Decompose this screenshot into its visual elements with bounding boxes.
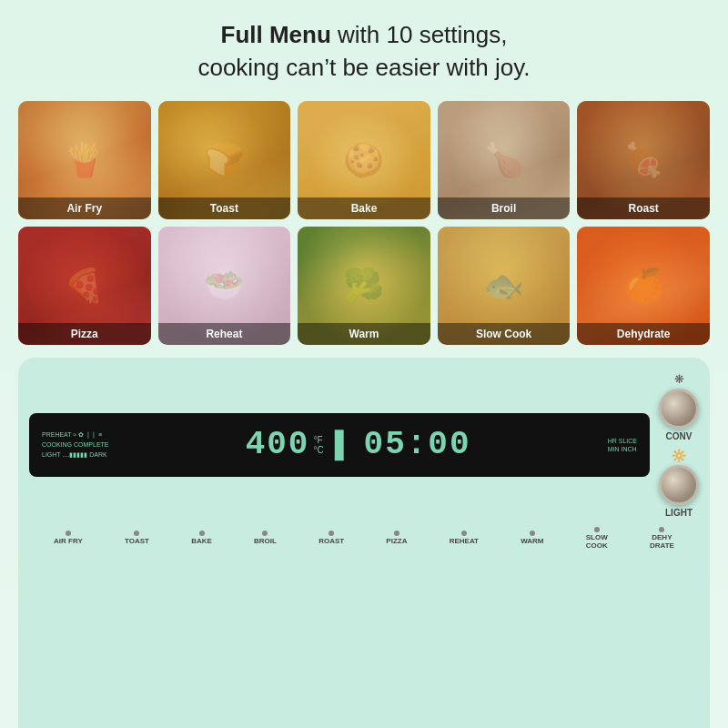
food-label-reheat: Reheat [158,323,291,345]
mode-text-bake: BAKE [191,538,212,546]
lcd-right-labels: HR SLICE MIN INCH [608,438,637,452]
mode-btn-slow-cook[interactable]: SLOWCOOK [586,527,608,551]
mode-text-broil: BROIL [254,538,277,546]
food-label-broil: Broil [438,197,571,219]
headline-bold: Full Menu [221,21,331,48]
food-label-toast: Toast [158,197,291,219]
mode-text-warm: WARM [521,538,543,546]
mode-dot-bake [199,531,205,536]
food-label-warm: Warm [298,323,430,345]
food-label-slow-cook: Slow Cook [438,323,571,345]
food-label-pizza: Pizza [18,323,151,345]
mode-text-pizza: PIZZA [386,538,407,546]
mode-btn-bake[interactable]: BAKE [191,531,212,546]
mode-text-slow-cook: SLOWCOOK [586,534,608,551]
mode-dot-roast [329,531,334,536]
food-label-bake: Bake [298,197,430,219]
mode-dot-pizza [394,531,399,536]
label-hr-slice: HR SLICE [608,438,637,444]
label-min-inch: MIN INCH [608,446,637,452]
indicator-preheat: PREHEAT ≈ ✿ ❘❘ ≡ [42,430,109,439]
headline-line2: cooking can’t be easier with joy. [197,54,530,81]
mode-btn-roast[interactable]: ROAST [318,531,344,546]
indicator-cooking: COOKING COMPLETE [42,440,109,449]
food-grid: 🍟 Air Fry 🍞 Toast 🍪 Bake 🍗 Broil 🍖 Roast… [18,101,710,345]
mode-dot-broil [262,531,268,536]
lcd-main: 400 °F °C ▌ 05:00 [246,426,471,463]
mode-text-air-fry: AIR FRY [54,538,83,546]
mode-btn-dehydrate[interactable]: DEHYDRATE [650,527,674,551]
oven-panel: PREHEAT ≈ ✿ ❘❘ ≡ COOKING COMPLETE LIGHT … [18,358,710,728]
light-knob[interactable] [659,465,699,505]
mode-text-dehydrate: DEHYDRATE [650,534,674,551]
lcd-separator: ▌ [335,430,353,460]
headline-rest: with 10 settings, [331,21,508,48]
mode-text-reheat: REHEAT [450,538,479,546]
knob-conv-item: ❋ CONV [659,372,699,441]
mode-text-roast: ROAST [318,538,344,546]
mode-btn-reheat[interactable]: REHEAT [450,531,479,546]
food-card-pizza: 🍕 Pizza [18,227,151,345]
lcd-temperature: 400 [246,426,310,463]
light-label: LIGHT [665,508,693,518]
food-label-dehydrate: Dehydrate [577,323,710,345]
mode-btn-broil[interactable]: BROIL [254,531,277,546]
mode-btn-pizza[interactable]: PIZZA [386,531,407,546]
mode-dot-slow-cook [594,527,600,532]
lcd-left-indicators: PREHEAT ≈ ✿ ❘❘ ≡ COOKING COMPLETE LIGHT … [42,430,109,459]
mode-dot-air-fry [66,531,71,536]
conv-knob[interactable] [659,389,699,429]
mode-btn-air-fry[interactable]: AIR FRY [54,531,83,546]
display-row: PREHEAT ≈ ✿ ❘❘ ≡ COOKING COMPLETE LIGHT … [29,372,699,518]
conv-label: CONV [666,431,693,441]
mode-btn-toast[interactable]: TOAST [125,531,149,546]
temp-unit-c: °C [313,445,323,455]
mode-dot-reheat [461,531,467,536]
conv-icon: ❋ [674,372,684,386]
indicator-light: LIGHT ....▮▮▮▮▮ DARK [42,450,109,459]
food-label-roast: Roast [577,197,710,219]
light-icon: 🔆 [672,449,686,462]
food-card-warm: 🥦 Warm [298,227,430,345]
food-card-slow-cook: 🐟 Slow Cook [438,227,571,345]
mode-dot-toast [134,531,139,536]
lcd-temp-units: °F °C [313,435,323,455]
food-card-air-fry: 🍟 Air Fry [18,101,151,219]
food-card-bake: 🍪 Bake [298,101,430,219]
food-card-broil: 🍗 Broil [438,101,571,219]
knob-light-item: 🔆 LIGHT [659,449,699,518]
food-card-roast: 🍖 Roast [577,101,710,219]
food-label-air-fry: Air Fry [18,197,151,219]
food-card-toast: 🍞 Toast [158,101,291,219]
temp-unit-f: °F [313,435,323,445]
mode-dot-dehydrate [659,527,664,532]
mode-dot-warm [530,531,535,536]
headline: Full Menu with 10 settings, cooking can’… [197,18,530,85]
food-card-dehydrate: 🍊 Dehydrate [577,227,710,345]
knob-group: ❋ CONV 🔆 LIGHT [659,372,699,518]
food-card-reheat: 🥗 Reheat [158,227,291,345]
lcd-display: PREHEAT ≈ ✿ ❘❘ ≡ COOKING COMPLETE LIGHT … [29,413,650,477]
lcd-time: 05:00 [364,426,471,463]
mode-btn-warm[interactable]: WARM [521,531,543,546]
mode-buttons-row: AIR FRY TOAST BAKE BROIL ROAST PIZZA [29,527,699,551]
page-wrapper: Full Menu with 10 settings, cooking can’… [0,0,728,728]
mode-text-toast: TOAST [125,538,149,546]
